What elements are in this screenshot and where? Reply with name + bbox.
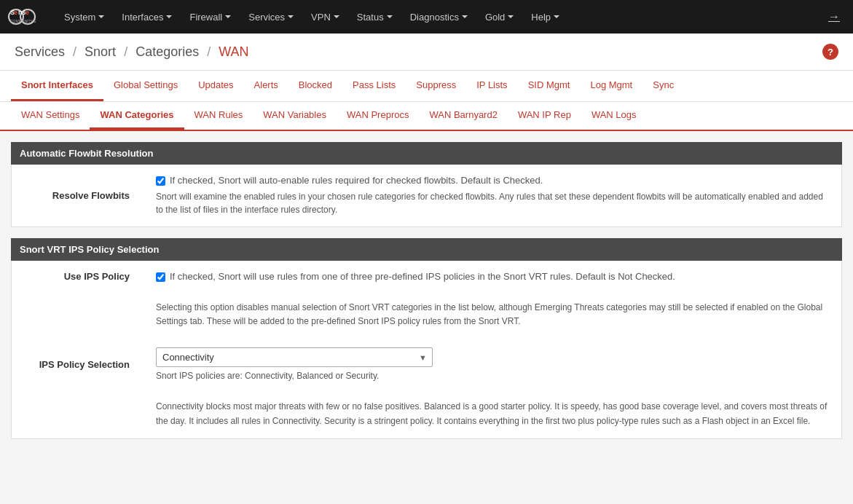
tab-updates[interactable]: Updates [188, 71, 243, 101]
nav-help[interactable]: Help [522, 0, 568, 34]
svg-text:COMMUNITY EDITION: COMMUNITY EDITION [10, 19, 36, 23]
subtab-wan-settings[interactable]: WAN Settings [11, 102, 90, 130]
nav-interfaces[interactable]: Interfaces [113, 0, 181, 34]
use-ips-policy-description: If checked, Snort will use rules from on… [170, 271, 675, 282]
section2-table: Use IPS Policy If checked, Snort will us… [11, 261, 842, 439]
use-ips-policy-label: Use IPS Policy [13, 262, 144, 291]
sub-tabs: WAN Settings WAN Categories WAN Rules WA… [11, 102, 842, 130]
breadcrumb-snort[interactable]: Snort [84, 44, 116, 59]
main-tabs-container: Snort Interfaces Global Settings Updates… [0, 71, 853, 102]
resolve-flowbits-detail: Snort will examine the enabled rules in … [156, 190, 830, 216]
subtab-wan-variables[interactable]: WAN Variables [253, 102, 337, 130]
use-ips-policy-detail: Selecting this option disables manual se… [146, 292, 840, 337]
ips-policy-info: Snort IPS policies are: Connectivity, Ba… [156, 371, 830, 381]
ips-policy-select[interactable]: Connectivity Balanced Security [156, 347, 433, 367]
tab-blocked[interactable]: Blocked [288, 71, 342, 101]
tab-ip-lists[interactable]: IP Lists [466, 71, 517, 101]
subtabs-container: WAN Settings WAN Categories WAN Rules WA… [0, 102, 853, 131]
brand-logo: S e ns e COMMUNITY EDITION [7, 4, 36, 30]
breadcrumb-current: WAN [219, 44, 248, 59]
tab-log-mgmt[interactable]: Log Mgmt [580, 71, 642, 101]
navbar-menu: System Interfaces Firewall Services VPN … [55, 0, 822, 34]
section1-header: Automatic Flowbit Resolution [11, 142, 842, 165]
page-content: Automatic Flowbit Resolution Resolve Flo… [0, 131, 853, 461]
subtab-wan-preprocs[interactable]: WAN Preprocs [337, 102, 419, 130]
nav-firewall[interactable]: Firewall [181, 0, 240, 34]
nav-status[interactable]: Status [348, 0, 401, 34]
resolve-flowbits-content: If checked, Snort will auto-enable rules… [146, 166, 840, 225]
breadcrumb-sep3: / [207, 44, 211, 59]
tab-suppress[interactable]: Suppress [406, 71, 466, 101]
use-ips-policy-content: If checked, Snort will use rules from on… [146, 262, 840, 291]
ips-policy-selection-content: Connectivity Balanced Security ▼ Snort I… [146, 339, 840, 390]
use-ips-policy-row: Use IPS Policy If checked, Snort will us… [13, 262, 840, 291]
subtab-wan-categories[interactable]: WAN Categories [90, 102, 184, 130]
svg-text:ns: ns [18, 9, 26, 16]
ips-policy-selection-row: IPS Policy Selection Connectivity Balanc… [13, 339, 840, 390]
tab-global-settings[interactable]: Global Settings [103, 71, 188, 101]
main-tabs: Snort Interfaces Global Settings Updates… [11, 71, 842, 101]
resolve-flowbits-checkbox-row: If checked, Snort will auto-enable rules… [156, 175, 830, 186]
ips-policy-selection-label: IPS Policy Selection [13, 339, 144, 390]
nav-gold[interactable]: Gold [476, 0, 522, 34]
breadcrumb-services[interactable]: Services [15, 44, 65, 59]
brand: S e ns e COMMUNITY EDITION [7, 4, 41, 30]
nav-vpn[interactable]: VPN [302, 0, 348, 34]
ips-policy-desc-row: Connectivity blocks most major threats w… [13, 391, 840, 436]
use-ips-policy-detail-label [13, 292, 144, 337]
ips-policy-select-wrapper: Connectivity Balanced Security ▼ [156, 347, 433, 367]
subtab-wan-logs[interactable]: WAN Logs [581, 102, 647, 130]
subtab-wan-rules[interactable]: WAN Rules [184, 102, 253, 130]
breadcrumb-bar: Services / Snort / Categories / WAN ? [0, 34, 853, 71]
resolve-flowbits-row: Resolve Flowbits If checked, Snort will … [13, 166, 840, 225]
tab-sync[interactable]: Sync [642, 71, 684, 101]
tab-alerts[interactable]: Alerts [244, 71, 288, 101]
breadcrumb: Services / Snort / Categories / WAN [15, 44, 249, 60]
use-ips-policy-detail-row: Selecting this option disables manual se… [13, 292, 840, 337]
help-button[interactable]: ? [822, 44, 838, 60]
breadcrumb-sep1: / [73, 44, 76, 59]
logout-icon[interactable]: → [822, 10, 846, 23]
nav-system[interactable]: System [55, 0, 113, 34]
svg-text:e: e [14, 9, 17, 16]
navbar-right: → [822, 10, 846, 23]
breadcrumb-categories[interactable]: Categories [135, 44, 199, 59]
top-navbar: S e ns e COMMUNITY EDITION System Interf… [0, 0, 853, 34]
ips-policy-desc-label [13, 391, 144, 436]
resolve-flowbits-checkbox[interactable] [156, 176, 165, 186]
ips-policy-desc: Connectivity blocks most major threats w… [146, 391, 840, 436]
use-ips-policy-checkbox[interactable] [156, 272, 165, 282]
section1-table: Resolve Flowbits If checked, Snort will … [11, 165, 842, 227]
nav-diagnostics[interactable]: Diagnostics [401, 0, 476, 34]
use-ips-policy-checkbox-row: If checked, Snort will use rules from on… [156, 271, 830, 282]
resolve-flowbits-label: Resolve Flowbits [13, 166, 144, 225]
resolve-flowbits-description: If checked, Snort will auto-enable rules… [170, 175, 543, 186]
subtab-wan-barnyard2[interactable]: WAN Barnyard2 [419, 102, 507, 130]
section2-header: Snort VRT IPS Policy Selection [11, 238, 842, 261]
tab-sid-mgmt[interactable]: SID Mgmt [518, 71, 581, 101]
svg-text:e: e [25, 9, 29, 16]
tab-snort-interfaces[interactable]: Snort Interfaces [11, 71, 103, 101]
tab-pass-lists[interactable]: Pass Lists [342, 71, 406, 101]
nav-services[interactable]: Services [240, 0, 302, 34]
breadcrumb-sep2: / [124, 44, 127, 59]
subtab-wan-ip-rep[interactable]: WAN IP Rep [508, 102, 581, 130]
